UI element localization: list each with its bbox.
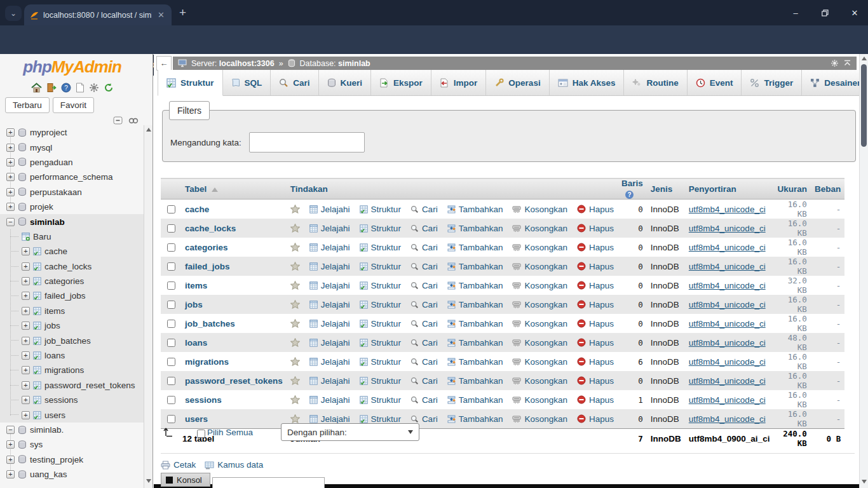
- scroll-down-icon[interactable]: [862, 480, 867, 484]
- search-link[interactable]: Cari: [410, 224, 438, 233]
- expand-icon[interactable]: [6, 144, 15, 152]
- settings-gear-icon[interactable]: [831, 59, 839, 67]
- drop-link[interactable]: Hapus: [577, 357, 614, 367]
- browse-link[interactable]: Jelajahi: [309, 300, 350, 309]
- table-name-link[interactable]: job_batches: [185, 319, 235, 329]
- search-link[interactable]: Cari: [410, 319, 438, 329]
- database-link[interactable]: siminlab.: [30, 425, 64, 435]
- structure-link[interactable]: Struktur: [360, 414, 401, 424]
- sidebar-item-table[interactable]: cache: [0, 244, 144, 259]
- tab-import[interactable]: Impor: [431, 70, 487, 95]
- row-checkbox[interactable]: [167, 262, 175, 271]
- database-link[interactable]: uang_kas: [30, 470, 67, 479]
- sidebar-item-database[interactable]: sys: [0, 437, 144, 452]
- favorite-star-icon[interactable]: [290, 300, 300, 309]
- insert-link[interactable]: Tambahkan: [447, 338, 503, 348]
- size[interactable]: 16.0 KB: [773, 352, 811, 371]
- print-link[interactable]: Cetak: [161, 460, 196, 470]
- sidebar-item-database[interactable]: testing_projek: [0, 452, 144, 467]
- table-name-link[interactable]: jobs: [185, 300, 203, 309]
- sidebar-item-table[interactable]: password_reset_tokens: [0, 378, 144, 393]
- expand-icon[interactable]: [22, 396, 30, 404]
- collapse-expander-icon[interactable]: [6, 218, 15, 226]
- server-link[interactable]: localhost:3306: [219, 59, 275, 68]
- table-name-link[interactable]: migrations: [185, 357, 229, 367]
- collation-link[interactable]: utf8mb4_unicode_ci: [689, 395, 766, 405]
- sidebar-item-database[interactable]: uang_kas: [0, 467, 144, 482]
- table-link[interactable]: cache: [44, 247, 67, 256]
- structure-link[interactable]: Struktur: [360, 376, 401, 386]
- expand-icon[interactable]: [22, 381, 30, 390]
- insert-link[interactable]: Tambahkan: [447, 319, 503, 329]
- sidebar-item-table[interactable]: job_batches: [0, 333, 144, 348]
- sidebar-item-database[interactable]: pengaduan: [0, 155, 144, 170]
- table-link[interactable]: failed_jobs: [44, 291, 86, 301]
- drop-link[interactable]: Hapus: [577, 395, 614, 405]
- drop-link[interactable]: Hapus: [577, 319, 614, 329]
- tab-operations[interactable]: Operasi: [486, 70, 549, 95]
- sidebar-item-database-selected[interactable]: siminlab: [0, 214, 144, 229]
- expand-icon[interactable]: [22, 351, 30, 360]
- expand-icon[interactable]: [6, 188, 15, 196]
- structure-link[interactable]: Struktur: [360, 395, 401, 405]
- size[interactable]: 16.0 KB: [773, 238, 811, 257]
- hide-navigation-button[interactable]: ←: [156, 56, 172, 71]
- expand-icon[interactable]: [6, 158, 15, 166]
- structure-link[interactable]: Struktur: [360, 224, 401, 233]
- maximize-button[interactable]: [812, 0, 837, 25]
- table-link[interactable]: jobs: [44, 321, 60, 330]
- structure-link[interactable]: Struktur: [360, 319, 401, 329]
- sidebar-item-table[interactable]: items: [0, 304, 144, 318]
- tab-events[interactable]: Event: [688, 70, 742, 95]
- search-link[interactable]: Cari: [410, 376, 438, 386]
- search-link[interactable]: Cari: [410, 357, 438, 367]
- with-selected-dropdown[interactable]: Dengan pilihan:: [281, 423, 419, 441]
- help-icon[interactable]: ?: [61, 83, 71, 93]
- favorite-star-icon[interactable]: [290, 395, 300, 404]
- size[interactable]: 16.0 KB: [773, 257, 811, 276]
- sidebar-item-table[interactable]: jobs: [0, 318, 144, 333]
- table-link[interactable]: password_reset_tokens: [44, 381, 135, 390]
- console-button[interactable]: Konsol: [161, 473, 210, 487]
- refresh-icon[interactable]: [104, 83, 114, 93]
- settings-icon[interactable]: [89, 83, 99, 93]
- collation-link[interactable]: utf8mb4_unicode_ci: [689, 243, 766, 252]
- search-link[interactable]: Cari: [410, 262, 438, 271]
- size[interactable]: 16.0 KB: [773, 295, 811, 314]
- drop-link[interactable]: Hapus: [577, 205, 614, 214]
- favorite-star-icon[interactable]: [290, 281, 300, 290]
- row-checkbox[interactable]: [167, 301, 175, 309]
- tab-designer[interactable]: Desainer: [802, 70, 868, 95]
- database-link[interactable]: mysql: [30, 143, 52, 152]
- favorite-star-icon[interactable]: [290, 224, 300, 233]
- browse-link[interactable]: Jelajahi: [309, 395, 350, 405]
- sidebar-item-table[interactable]: users: [0, 407, 144, 422]
- collation-link[interactable]: utf8mb4_unicode_ci: [689, 338, 766, 348]
- collation-link[interactable]: utf8mb4_unicode_ci: [689, 224, 766, 233]
- search-link[interactable]: Cari: [410, 338, 438, 348]
- empty-link[interactable]: Kosongkan: [512, 300, 567, 309]
- database-link[interactable]: myproject: [30, 128, 67, 137]
- tab-query[interactable]: Kueri: [319, 70, 372, 95]
- drop-link[interactable]: Hapus: [577, 414, 614, 424]
- favorite-star-icon[interactable]: [290, 319, 300, 328]
- tab-search[interactable]: Cari: [271, 70, 318, 95]
- collapse-top-icon[interactable]: [843, 60, 851, 67]
- browse-link[interactable]: Jelajahi: [309, 357, 350, 367]
- size[interactable]: 16.0 KB: [773, 409, 811, 429]
- favorite-star-icon[interactable]: [290, 338, 300, 347]
- favorites-button[interactable]: Favorit: [53, 97, 94, 113]
- table-name-link[interactable]: loans: [185, 338, 207, 348]
- sidebar-item-table[interactable]: categories: [0, 274, 144, 288]
- search-link[interactable]: Cari: [410, 281, 438, 290]
- sidebar-item-new-table[interactable]: Baru: [0, 229, 144, 244]
- search-link[interactable]: Cari: [410, 395, 438, 405]
- favorite-star-icon[interactable]: [290, 357, 300, 366]
- insert-link[interactable]: Tambahkan: [447, 395, 503, 405]
- favorite-star-icon[interactable]: [290, 414, 300, 423]
- table-name-link[interactable]: users: [185, 414, 208, 424]
- scroll-down-icon[interactable]: [146, 479, 151, 483]
- check-all-icon[interactable]: [163, 425, 175, 438]
- drop-link[interactable]: Hapus: [577, 281, 614, 290]
- database-link[interactable]: testing_projek: [30, 455, 83, 464]
